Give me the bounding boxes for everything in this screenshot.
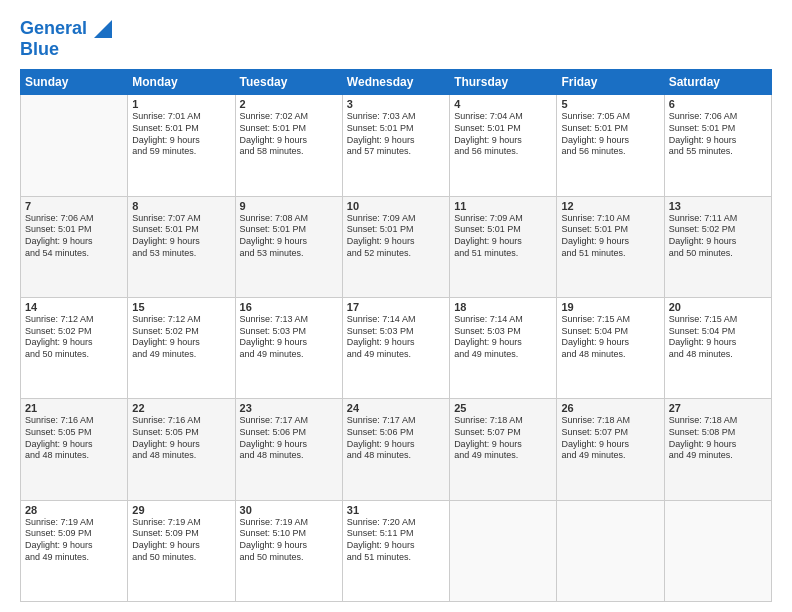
calendar-week-5: 28Sunrise: 7:19 AM Sunset: 5:09 PM Dayli… <box>21 500 772 601</box>
day-info: Sunrise: 7:12 AM Sunset: 5:02 PM Dayligh… <box>25 314 123 361</box>
day-number: 2 <box>240 98 338 110</box>
day-number: 24 <box>347 402 445 414</box>
calendar-cell: 29Sunrise: 7:19 AM Sunset: 5:09 PM Dayli… <box>128 500 235 601</box>
page: General Blue SundayMondayTuesdayWednesda… <box>0 0 792 612</box>
day-info: Sunrise: 7:12 AM Sunset: 5:02 PM Dayligh… <box>132 314 230 361</box>
day-number: 29 <box>132 504 230 516</box>
calendar-cell: 19Sunrise: 7:15 AM Sunset: 5:04 PM Dayli… <box>557 298 664 399</box>
calendar-cell <box>664 500 771 601</box>
calendar-cell: 21Sunrise: 7:16 AM Sunset: 5:05 PM Dayli… <box>21 399 128 500</box>
day-number: 20 <box>669 301 767 313</box>
calendar-cell: 6Sunrise: 7:06 AM Sunset: 5:01 PM Daylig… <box>664 95 771 196</box>
day-number: 4 <box>454 98 552 110</box>
day-number: 3 <box>347 98 445 110</box>
day-info: Sunrise: 7:01 AM Sunset: 5:01 PM Dayligh… <box>132 111 230 158</box>
day-number: 23 <box>240 402 338 414</box>
weekday-header-sunday: Sunday <box>21 70 128 95</box>
day-info: Sunrise: 7:10 AM Sunset: 5:01 PM Dayligh… <box>561 213 659 260</box>
calendar-cell: 17Sunrise: 7:14 AM Sunset: 5:03 PM Dayli… <box>342 298 449 399</box>
day-info: Sunrise: 7:06 AM Sunset: 5:01 PM Dayligh… <box>669 111 767 158</box>
day-info: Sunrise: 7:07 AM Sunset: 5:01 PM Dayligh… <box>132 213 230 260</box>
day-number: 5 <box>561 98 659 110</box>
calendar-cell: 30Sunrise: 7:19 AM Sunset: 5:10 PM Dayli… <box>235 500 342 601</box>
day-info: Sunrise: 7:04 AM Sunset: 5:01 PM Dayligh… <box>454 111 552 158</box>
weekday-header-monday: Monday <box>128 70 235 95</box>
calendar-header-row: SundayMondayTuesdayWednesdayThursdayFrid… <box>21 70 772 95</box>
day-info: Sunrise: 7:05 AM Sunset: 5:01 PM Dayligh… <box>561 111 659 158</box>
day-number: 1 <box>132 98 230 110</box>
calendar-cell: 31Sunrise: 7:20 AM Sunset: 5:11 PM Dayli… <box>342 500 449 601</box>
calendar-cell: 5Sunrise: 7:05 AM Sunset: 5:01 PM Daylig… <box>557 95 664 196</box>
day-number: 15 <box>132 301 230 313</box>
weekday-header-wednesday: Wednesday <box>342 70 449 95</box>
logo-icon <box>94 20 112 38</box>
calendar-cell: 4Sunrise: 7:04 AM Sunset: 5:01 PM Daylig… <box>450 95 557 196</box>
day-info: Sunrise: 7:18 AM Sunset: 5:07 PM Dayligh… <box>454 415 552 462</box>
calendar-cell: 7Sunrise: 7:06 AM Sunset: 5:01 PM Daylig… <box>21 196 128 297</box>
calendar-cell: 3Sunrise: 7:03 AM Sunset: 5:01 PM Daylig… <box>342 95 449 196</box>
calendar-cell: 14Sunrise: 7:12 AM Sunset: 5:02 PM Dayli… <box>21 298 128 399</box>
calendar-cell: 20Sunrise: 7:15 AM Sunset: 5:04 PM Dayli… <box>664 298 771 399</box>
day-number: 22 <box>132 402 230 414</box>
day-number: 9 <box>240 200 338 212</box>
day-info: Sunrise: 7:15 AM Sunset: 5:04 PM Dayligh… <box>561 314 659 361</box>
calendar-cell: 15Sunrise: 7:12 AM Sunset: 5:02 PM Dayli… <box>128 298 235 399</box>
calendar-cell: 26Sunrise: 7:18 AM Sunset: 5:07 PM Dayli… <box>557 399 664 500</box>
day-number: 11 <box>454 200 552 212</box>
day-number: 6 <box>669 98 767 110</box>
day-info: Sunrise: 7:20 AM Sunset: 5:11 PM Dayligh… <box>347 517 445 564</box>
calendar-cell: 24Sunrise: 7:17 AM Sunset: 5:06 PM Dayli… <box>342 399 449 500</box>
calendar-table: SundayMondayTuesdayWednesdayThursdayFrid… <box>20 69 772 602</box>
weekday-header-saturday: Saturday <box>664 70 771 95</box>
calendar-cell: 2Sunrise: 7:02 AM Sunset: 5:01 PM Daylig… <box>235 95 342 196</box>
calendar-cell <box>557 500 664 601</box>
header: General Blue <box>20 18 772 59</box>
day-info: Sunrise: 7:02 AM Sunset: 5:01 PM Dayligh… <box>240 111 338 158</box>
day-info: Sunrise: 7:09 AM Sunset: 5:01 PM Dayligh… <box>454 213 552 260</box>
day-info: Sunrise: 7:09 AM Sunset: 5:01 PM Dayligh… <box>347 213 445 260</box>
svg-marker-0 <box>94 20 112 38</box>
logo: General Blue <box>20 18 112 59</box>
day-info: Sunrise: 7:13 AM Sunset: 5:03 PM Dayligh… <box>240 314 338 361</box>
calendar-cell: 12Sunrise: 7:10 AM Sunset: 5:01 PM Dayli… <box>557 196 664 297</box>
weekday-header-tuesday: Tuesday <box>235 70 342 95</box>
weekday-header-friday: Friday <box>557 70 664 95</box>
calendar-cell: 27Sunrise: 7:18 AM Sunset: 5:08 PM Dayli… <box>664 399 771 500</box>
calendar-cell: 22Sunrise: 7:16 AM Sunset: 5:05 PM Dayli… <box>128 399 235 500</box>
day-info: Sunrise: 7:14 AM Sunset: 5:03 PM Dayligh… <box>454 314 552 361</box>
day-info: Sunrise: 7:03 AM Sunset: 5:01 PM Dayligh… <box>347 111 445 158</box>
calendar-cell: 9Sunrise: 7:08 AM Sunset: 5:01 PM Daylig… <box>235 196 342 297</box>
day-info: Sunrise: 7:16 AM Sunset: 5:05 PM Dayligh… <box>25 415 123 462</box>
calendar-cell: 10Sunrise: 7:09 AM Sunset: 5:01 PM Dayli… <box>342 196 449 297</box>
day-info: Sunrise: 7:19 AM Sunset: 5:09 PM Dayligh… <box>132 517 230 564</box>
calendar-cell: 28Sunrise: 7:19 AM Sunset: 5:09 PM Dayli… <box>21 500 128 601</box>
day-info: Sunrise: 7:18 AM Sunset: 5:08 PM Dayligh… <box>669 415 767 462</box>
day-number: 31 <box>347 504 445 516</box>
day-info: Sunrise: 7:08 AM Sunset: 5:01 PM Dayligh… <box>240 213 338 260</box>
calendar-cell: 18Sunrise: 7:14 AM Sunset: 5:03 PM Dayli… <box>450 298 557 399</box>
day-number: 18 <box>454 301 552 313</box>
day-info: Sunrise: 7:19 AM Sunset: 5:09 PM Dayligh… <box>25 517 123 564</box>
calendar-week-4: 21Sunrise: 7:16 AM Sunset: 5:05 PM Dayli… <box>21 399 772 500</box>
day-info: Sunrise: 7:11 AM Sunset: 5:02 PM Dayligh… <box>669 213 767 260</box>
calendar-cell: 11Sunrise: 7:09 AM Sunset: 5:01 PM Dayli… <box>450 196 557 297</box>
day-number: 17 <box>347 301 445 313</box>
day-number: 19 <box>561 301 659 313</box>
day-number: 7 <box>25 200 123 212</box>
day-number: 14 <box>25 301 123 313</box>
calendar-cell: 16Sunrise: 7:13 AM Sunset: 5:03 PM Dayli… <box>235 298 342 399</box>
calendar-cell: 13Sunrise: 7:11 AM Sunset: 5:02 PM Dayli… <box>664 196 771 297</box>
day-number: 13 <box>669 200 767 212</box>
day-number: 16 <box>240 301 338 313</box>
calendar-cell: 1Sunrise: 7:01 AM Sunset: 5:01 PM Daylig… <box>128 95 235 196</box>
calendar-cell: 23Sunrise: 7:17 AM Sunset: 5:06 PM Dayli… <box>235 399 342 500</box>
calendar-week-2: 7Sunrise: 7:06 AM Sunset: 5:01 PM Daylig… <box>21 196 772 297</box>
calendar-cell <box>21 95 128 196</box>
calendar-cell <box>450 500 557 601</box>
day-number: 27 <box>669 402 767 414</box>
logo-blue: Blue <box>20 39 112 60</box>
day-info: Sunrise: 7:15 AM Sunset: 5:04 PM Dayligh… <box>669 314 767 361</box>
day-info: Sunrise: 7:14 AM Sunset: 5:03 PM Dayligh… <box>347 314 445 361</box>
day-info: Sunrise: 7:18 AM Sunset: 5:07 PM Dayligh… <box>561 415 659 462</box>
day-number: 8 <box>132 200 230 212</box>
